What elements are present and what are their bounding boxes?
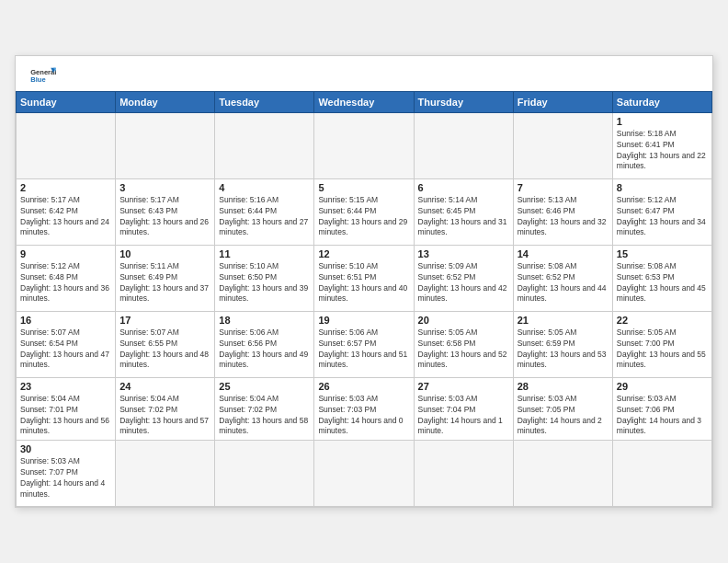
calendar-cell: [314, 441, 414, 507]
day-info: Sunrise: 5:18 AMSunset: 6:41 PMDaylight:…: [617, 129, 708, 173]
day-number: 22: [617, 315, 708, 326]
day-info: Sunrise: 5:05 AMSunset: 6:58 PMDaylight:…: [418, 327, 509, 372]
calendar-row-4: 23Sunrise: 5:04 AMSunset: 7:01 PMDayligh…: [17, 377, 712, 441]
day-number: 4: [219, 182, 310, 193]
day-number: 11: [219, 248, 310, 259]
day-info: Sunrise: 5:08 AMSunset: 6:52 PMDaylight:…: [518, 261, 609, 305]
day-info: Sunrise: 5:04 AMSunset: 7:02 PMDaylight:…: [119, 394, 210, 438]
calendar-cell: 19Sunrise: 5:06 AMSunset: 6:57 PMDayligh…: [314, 311, 414, 377]
day-info: Sunrise: 5:03 AMSunset: 7:04 PMDaylight:…: [418, 394, 509, 438]
weekday-header-saturday: Saturday: [612, 91, 711, 112]
day-number: 18: [219, 315, 310, 326]
day-number: 2: [20, 182, 111, 193]
day-info: Sunrise: 5:03 AMSunset: 7:06 PMDaylight:…: [617, 394, 708, 438]
calendar-cell: 16Sunrise: 5:07 AMSunset: 6:54 PMDayligh…: [17, 311, 116, 377]
day-info: Sunrise: 5:09 AMSunset: 6:52 PMDaylight:…: [418, 261, 509, 305]
day-number: 25: [219, 381, 310, 392]
day-number: 7: [518, 182, 609, 193]
calendar-cell: 25Sunrise: 5:04 AMSunset: 7:02 PMDayligh…: [215, 377, 314, 441]
calendar-cell: 15Sunrise: 5:08 AMSunset: 6:53 PMDayligh…: [612, 245, 711, 311]
day-info: Sunrise: 5:04 AMSunset: 7:02 PMDaylight:…: [219, 394, 310, 438]
day-info: Sunrise: 5:04 AMSunset: 7:01 PMDaylight:…: [20, 394, 111, 438]
logo: General Blue: [30, 65, 56, 86]
calendar-cell: 21Sunrise: 5:05 AMSunset: 6:59 PMDayligh…: [513, 311, 612, 377]
calendar-row-0: 1Sunrise: 5:18 AMSunset: 6:41 PMDaylight…: [17, 112, 712, 178]
day-number: 21: [518, 315, 609, 326]
calendar-grid: SundayMondayTuesdayWednesdayThursdayFrid…: [16, 91, 712, 508]
calendar-cell: 14Sunrise: 5:08 AMSunset: 6:52 PMDayligh…: [513, 245, 612, 311]
calendar-cell: [513, 112, 612, 178]
calendar-cell: [215, 112, 314, 178]
day-number: 13: [418, 248, 509, 259]
calendar-cell: 3Sunrise: 5:17 AMSunset: 6:43 PMDaylight…: [116, 178, 215, 245]
calendar-cell: 8Sunrise: 5:12 AMSunset: 6:47 PMDaylight…: [612, 178, 711, 245]
day-number: 3: [119, 182, 210, 193]
day-number: 9: [20, 248, 111, 259]
calendar-container: General Blue SundayMondayTuesdayWednesda…: [15, 55, 713, 509]
day-info: Sunrise: 5:03 AMSunset: 7:07 PMDaylight:…: [20, 456, 111, 500]
calendar-cell: 30Sunrise: 5:03 AMSunset: 7:07 PMDayligh…: [17, 441, 116, 507]
svg-text:Blue: Blue: [30, 75, 45, 84]
calendar-cell: 24Sunrise: 5:04 AMSunset: 7:02 PMDayligh…: [116, 377, 215, 441]
day-info: Sunrise: 5:07 AMSunset: 6:54 PMDaylight:…: [20, 327, 111, 372]
weekday-header-sunday: Sunday: [17, 91, 116, 112]
day-number: 27: [418, 381, 509, 392]
calendar-row-1: 2Sunrise: 5:17 AMSunset: 6:42 PMDaylight…: [17, 178, 712, 245]
weekday-header-friday: Friday: [513, 91, 612, 112]
calendar-cell: 9Sunrise: 5:12 AMSunset: 6:48 PMDaylight…: [17, 245, 116, 311]
day-number: 16: [20, 315, 111, 326]
calendar-cell: 11Sunrise: 5:10 AMSunset: 6:50 PMDayligh…: [215, 245, 314, 311]
day-info: Sunrise: 5:08 AMSunset: 6:53 PMDaylight:…: [617, 261, 708, 305]
day-info: Sunrise: 5:03 AMSunset: 7:03 PMDaylight:…: [318, 394, 409, 438]
weekday-header-monday: Monday: [116, 91, 215, 112]
calendar-cell: [314, 112, 414, 178]
day-number: 17: [119, 315, 210, 326]
calendar-cell: [414, 441, 513, 507]
day-info: Sunrise: 5:06 AMSunset: 6:57 PMDaylight:…: [318, 327, 409, 372]
calendar-cell: 4Sunrise: 5:16 AMSunset: 6:44 PMDaylight…: [215, 178, 314, 245]
day-number: 1: [617, 116, 708, 127]
day-number: 10: [119, 248, 210, 259]
day-info: Sunrise: 5:07 AMSunset: 6:55 PMDaylight:…: [119, 327, 210, 372]
day-number: 5: [318, 182, 409, 193]
calendar-cell: [116, 441, 215, 507]
day-info: Sunrise: 5:17 AMSunset: 6:43 PMDaylight:…: [119, 195, 210, 239]
day-info: Sunrise: 5:10 AMSunset: 6:50 PMDaylight:…: [219, 261, 310, 305]
day-number: 19: [318, 315, 409, 326]
logo-icon: General Blue: [30, 65, 56, 86]
calendar-cell: 28Sunrise: 5:03 AMSunset: 7:05 PMDayligh…: [513, 377, 612, 441]
day-number: 30: [20, 443, 111, 454]
calendar-cell: 18Sunrise: 5:06 AMSunset: 6:56 PMDayligh…: [215, 311, 314, 377]
day-info: Sunrise: 5:16 AMSunset: 6:44 PMDaylight:…: [219, 195, 310, 239]
day-info: Sunrise: 5:06 AMSunset: 6:56 PMDaylight:…: [219, 327, 310, 372]
calendar-cell: 22Sunrise: 5:05 AMSunset: 7:00 PMDayligh…: [612, 311, 711, 377]
day-number: 29: [617, 381, 708, 392]
calendar-cell: [513, 441, 612, 507]
day-number: 8: [617, 182, 708, 193]
weekday-header-tuesday: Tuesday: [215, 91, 314, 112]
day-info: Sunrise: 5:15 AMSunset: 6:44 PMDaylight:…: [318, 195, 409, 239]
day-number: 28: [518, 381, 609, 392]
calendar-cell: 10Sunrise: 5:11 AMSunset: 6:49 PMDayligh…: [116, 245, 215, 311]
calendar-row-5: 30Sunrise: 5:03 AMSunset: 7:07 PMDayligh…: [17, 441, 712, 507]
calendar-cell: 1Sunrise: 5:18 AMSunset: 6:41 PMDaylight…: [612, 112, 711, 178]
day-info: Sunrise: 5:14 AMSunset: 6:45 PMDaylight:…: [418, 195, 509, 239]
weekday-header-row: SundayMondayTuesdayWednesdayThursdayFrid…: [17, 91, 712, 112]
weekday-header-wednesday: Wednesday: [314, 91, 414, 112]
day-number: 14: [518, 248, 609, 259]
day-info: Sunrise: 5:12 AMSunset: 6:48 PMDaylight:…: [20, 261, 111, 305]
day-number: 12: [318, 248, 409, 259]
calendar-cell: 13Sunrise: 5:09 AMSunset: 6:52 PMDayligh…: [414, 245, 513, 311]
calendar-row-3: 16Sunrise: 5:07 AMSunset: 6:54 PMDayligh…: [17, 311, 712, 377]
calendar-cell: 6Sunrise: 5:14 AMSunset: 6:45 PMDaylight…: [414, 178, 513, 245]
day-info: Sunrise: 5:05 AMSunset: 7:00 PMDaylight:…: [617, 327, 708, 372]
calendar-cell: [414, 112, 513, 178]
day-number: 26: [318, 381, 409, 392]
calendar-cell: 26Sunrise: 5:03 AMSunset: 7:03 PMDayligh…: [314, 377, 414, 441]
calendar-cell: [17, 112, 116, 178]
weekday-header-thursday: Thursday: [414, 91, 513, 112]
calendar-cell: 29Sunrise: 5:03 AMSunset: 7:06 PMDayligh…: [612, 377, 711, 441]
calendar-row-2: 9Sunrise: 5:12 AMSunset: 6:48 PMDaylight…: [17, 245, 712, 311]
calendar-cell: 20Sunrise: 5:05 AMSunset: 6:58 PMDayligh…: [414, 311, 513, 377]
day-number: 20: [418, 315, 509, 326]
